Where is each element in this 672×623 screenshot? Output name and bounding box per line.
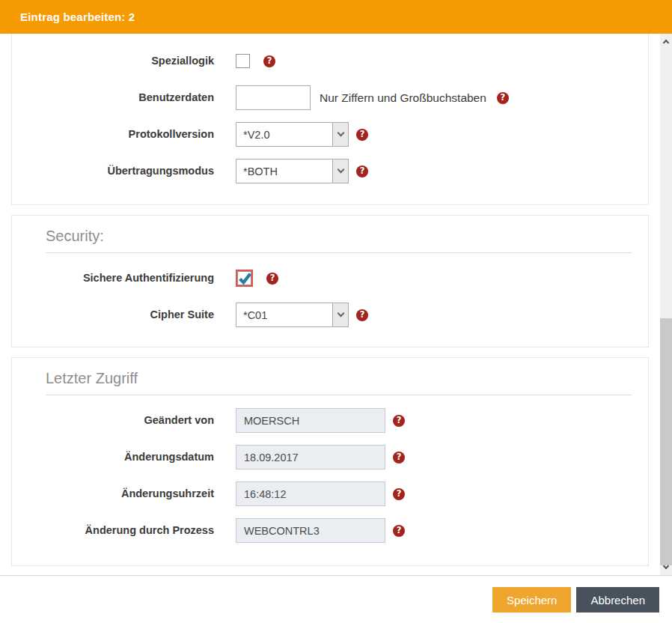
panel-security: Security: Sichere Authentifizierung ? [11,215,649,347]
checkbox-highlight-ring [236,270,253,287]
speziallogik-row: Speziallogik ? [12,49,648,73]
chevron-down-icon [332,159,348,183]
help-icon[interactable]: ? [356,309,368,321]
cipher-suite-select[interactable]: *C01 [236,303,349,327]
cipher-suite-row: Cipher Suite *C01 ? [12,303,648,327]
aenderungsdatum-input [236,445,385,469]
uebertragungsmodus-label: Übertragungsmodus [12,164,214,177]
aenderungsdatum-label: Änderungsdatum [12,450,214,464]
help-icon[interactable]: ? [393,525,405,537]
protokollversion-select[interactable]: *V2.0 [236,122,349,147]
panel-general: Speziallogik ? Benutzerdaten Nur Ziffern… [11,34,649,205]
aenderung-durch-prozess-input [236,518,385,543]
benutzerdaten-label: Benutzerdaten [12,91,214,104]
aenderungsuhrzeit-control: ? [236,481,405,506]
select-value: *C01 [236,303,332,326]
security-heading: Security: [46,228,632,253]
speziallogik-control: ? [236,54,275,68]
sichere-authentifizierung-label: Sichere Authentifizierung [12,271,214,285]
uebertragungsmodus-row: Übertragungsmodus *BOTH ? [12,159,648,183]
help-icon[interactable]: ? [393,452,405,464]
help-icon[interactable]: ? [393,488,405,500]
cancel-button[interactable]: Abbrechen [576,587,659,613]
sichere-authentifizierung-row: Sichere Authentifizierung ? [12,266,648,291]
chevron-up-icon [663,40,669,46]
aenderungsuhrzeit-row: Änderungsuhrzeit ? [12,481,648,506]
checkmark-icon [239,273,251,285]
geaendert-von-row: Geändert von ? [12,408,648,433]
cipher-suite-label: Cipher Suite [12,308,214,321]
aenderungsdatum-control: ? [236,445,405,469]
aenderungsdatum-row: Änderungsdatum ? [12,445,648,469]
uebertragungsmodus-select[interactable]: *BOTH [236,159,349,183]
select-value: *V2.0 [236,123,332,146]
speziallogik-checkbox[interactable] [236,54,250,68]
benutzerdaten-hint: Nur Ziffern und Großbuchstaben [320,91,486,105]
dialog-header: Eintrag bearbeiten: 2 [0,0,672,34]
speziallogik-label: Speziallogik [12,54,214,67]
benutzerdaten-control: Nur Ziffern und Großbuchstaben ? [236,85,509,110]
edit-entry-dialog: Eintrag bearbeiten: 2 Speziallogik ? Ben… [0,0,672,623]
help-icon[interactable]: ? [497,92,509,104]
benutzerdaten-row: Benutzerdaten Nur Ziffern und Großbuchst… [12,85,648,110]
vertical-scrollbar[interactable] [660,34,672,575]
protokollversion-control: *V2.0 ? [236,122,368,147]
scrollbar-thumb[interactable] [660,318,672,565]
dialog-footer: Speichern Abbrechen [0,575,672,623]
geaendert-von-label: Geändert von [12,413,214,427]
panel-last-access: Letzter Zugriff Geändert von ? Änderungs… [11,357,649,566]
help-icon[interactable]: ? [266,273,278,285]
aenderungsuhrzeit-input [236,481,385,506]
dialog-body: Speziallogik ? Benutzerdaten Nur Ziffern… [0,34,672,575]
help-icon[interactable]: ? [356,129,368,141]
save-button[interactable]: Speichern [492,587,572,613]
last-access-heading: Letzter Zugriff [46,370,632,395]
chevron-down-icon [332,123,348,146]
scroll-up-button[interactable] [660,35,672,48]
geaendert-von-input [236,408,385,433]
last-access-rows: Geändert von ? Änderungsdatum ? Änderung… [12,408,648,543]
scroll-down-button[interactable] [660,561,672,574]
help-icon[interactable]: ? [263,55,275,67]
aenderung-durch-prozess-row: Änderung durch Prozess ? [12,518,648,543]
aenderungsuhrzeit-label: Änderungsuhrzeit [12,487,214,500]
cipher-suite-control: *C01 ? [236,303,368,327]
security-rows: Sichere Authentifizierung ? [12,266,648,327]
select-value: *BOTH [236,159,332,183]
chevron-down-icon [663,562,669,568]
benutzerdaten-input[interactable] [236,85,311,110]
aenderung-durch-prozess-label: Änderung durch Prozess [12,523,214,537]
geaendert-von-control: ? [236,408,405,433]
protokollversion-label: Protokollversion [12,127,214,141]
protokollversion-row: Protokollversion *V2.0 ? [12,122,648,147]
chevron-down-icon [332,303,348,326]
uebertragungsmodus-control: *BOTH ? [236,159,368,183]
dialog-title: Eintrag bearbeiten: 2 [20,10,135,23]
help-icon[interactable]: ? [356,165,368,177]
help-icon[interactable]: ? [393,415,405,427]
sichere-authentifizierung-checkbox[interactable] [237,271,251,285]
sichere-authentifizierung-control: ? [236,270,278,287]
aenderung-durch-prozess-control: ? [236,518,405,543]
